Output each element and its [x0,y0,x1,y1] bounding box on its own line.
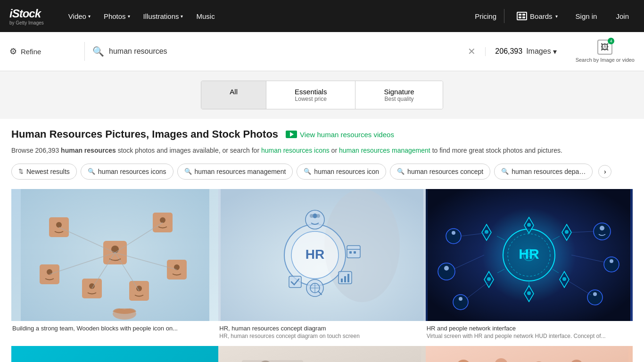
svg-point-78 [453,295,468,310]
svg-point-71 [610,259,613,263]
svg-point-2 [111,246,119,253]
svg-point-6 [160,217,165,223]
svg-text:⚙: ⚙ [526,251,532,258]
page-title-area: Human Resources Pictures, Images and Sto… [11,128,633,140]
image-grid-bottom: HR MANAGEMENT PIXEL PERFECT EDITABLESTRO… [11,346,633,362]
svg-rect-99 [426,346,628,362]
image-caption-1: Building a strong team, Wooden blocks wi… [11,321,218,337]
svg-point-76 [438,263,455,280]
nav-video[interactable]: Video ▾ [63,8,96,24]
chip-4[interactable]: 🔍 human resources concept [390,164,490,180]
divider [504,9,504,23]
chip-1[interactable]: 🔍 human resources icons [81,164,173,180]
image-grid: Building a strong team, Wooden blocks wi… [11,189,633,345]
pricing-link[interactable]: Pricing [475,12,496,20]
svg-point-77 [444,266,449,271]
tab-signature[interactable]: Signature Best quality [355,81,442,109]
svg-point-59 [487,277,491,281]
image-thumbnail-1 [11,189,218,321]
chevron-down-icon: ▾ [181,14,183,19]
image-item-4[interactable]: HR MANAGEMENT PIXEL PERFECT EDITABLESTRO… [11,346,218,362]
nav-music[interactable]: Music [190,8,220,24]
search-icon: 🔍 [501,168,509,175]
image-thumbnail-2: HR [218,189,425,321]
svg-rect-36 [341,279,343,282]
results-count-area: 206,393 Images ▾ [485,47,566,56]
header: iStock by Getty Images Video ▾ Photos ▾ … [0,0,644,32]
svg-point-30 [316,214,320,218]
image-thumbnail-3: HR [426,189,633,321]
search-input[interactable] [109,47,461,56]
svg-rect-91 [218,346,421,362]
tab-all[interactable]: All [201,81,266,109]
nav-photos[interactable]: Photos ▾ [98,8,136,24]
svg-point-55 [562,277,566,281]
svg-point-69 [600,226,604,230]
filter-tabs: All Essentials Lowest price Signature Be… [201,81,443,109]
browse-link-2[interactable]: human resources management [339,147,430,154]
search-by-image-icon: 🖼 4 [597,40,612,55]
svg-point-51 [527,223,531,227]
filter-tabs-area: All Essentials Lowest price Signature Be… [0,71,644,119]
nav-illustrations[interactable]: Illustrations ▾ [138,8,189,24]
svg-rect-37 [344,276,346,282]
chevron-down-icon: ▾ [88,14,91,19]
image-item-3[interactable]: HR [426,189,633,345]
svg-point-27 [305,210,324,229]
refine-button[interactable]: ⚙ Refine [0,42,85,61]
filter-icon: ⇅ [18,168,24,175]
svg-rect-33 [349,251,352,254]
svg-point-70 [604,257,619,272]
chip-2[interactable]: 🔍 human resources management [177,164,293,180]
image-item-5[interactable] [218,346,425,362]
search-icon: 🔍 [397,168,405,175]
search-input-wrapper: 🔍 ✕ [85,44,485,59]
svg-point-68 [594,223,611,240]
video-link[interactable]: View human resources videos [286,131,394,139]
svg-rect-93 [242,360,303,362]
main-nav: Video ▾ Photos ▾ Illustrations ▾ Music [63,8,461,24]
chip-3[interactable]: 🔍 human resources icon [297,164,386,180]
image-caption-3: HR and people network interface Virtual … [426,321,633,345]
boards-button[interactable]: Boards ▾ [512,9,562,23]
svg-point-75 [452,231,455,235]
boards-icon [517,12,527,20]
svg-point-79 [459,297,462,301]
search-icon: 🔍 [88,168,95,175]
join-button[interactable]: Join [610,9,635,23]
svg-point-4 [56,222,62,228]
image-thumbnail-5 [218,346,425,362]
browse-link-1[interactable]: human resources icons [261,147,330,154]
search-icon: 🔍 [92,46,104,57]
logo-sub: by Getty Images [9,20,44,25]
filter-type-dropdown[interactable]: Images ▾ [526,47,556,56]
page-title: Human Resources Pictures, Images and Sto… [11,128,278,140]
refine-label: Refine [21,48,41,56]
header-right: Pricing Boards ▾ Sign in Join [475,9,635,23]
logo[interactable]: iStock by Getty Images [9,7,44,25]
chip-5[interactable]: 🔍 human resources depa… [494,164,593,180]
image-item-1[interactable]: Building a strong team, Wooden blocks wi… [11,189,218,345]
svg-point-29 [310,214,314,218]
svg-point-73 [593,292,597,296]
logo-text: iStock [9,7,44,20]
chips-next-button[interactable]: › [598,165,611,178]
search-icon: 🔍 [304,168,311,175]
clear-search-button[interactable]: ✕ [466,44,478,59]
video-play-icon [286,131,297,138]
chevron-down-icon: ▾ [555,14,558,19]
svg-text:HR: HR [305,247,324,262]
search-bar: ⚙ Refine 🔍 ✕ 206,393 Images ▾ 🖼 4 Search… [0,32,644,71]
sign-in-button[interactable]: Sign in [570,9,603,23]
chevron-down-icon: ▾ [128,14,130,19]
browse-text: Browse 206,393 human resources stock pho… [11,145,633,156]
results-count: 206,393 [495,47,522,56]
svg-point-72 [587,290,603,305]
search-by-image-button[interactable]: 🖼 4 Search by Image or video [566,40,644,63]
tab-essentials[interactable]: Essentials Lowest price [266,81,355,109]
sort-chip[interactable]: ⇅ Newest results [11,164,77,180]
image-item-6[interactable] [426,346,633,362]
svg-point-53 [565,230,569,234]
image-item-2[interactable]: HR [218,189,425,345]
svg-point-57 [527,291,531,295]
